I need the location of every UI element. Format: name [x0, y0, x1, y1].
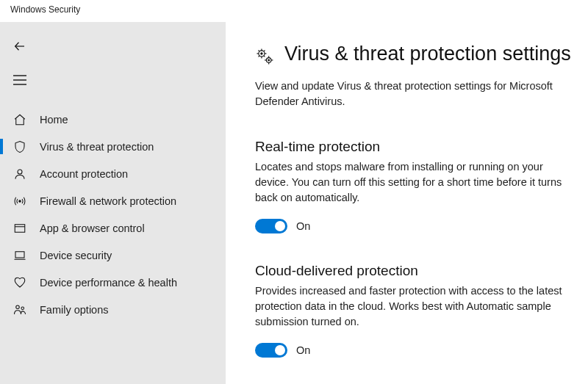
sidebar-item-home[interactable]: Home [0, 106, 226, 133]
page-subtitle: View and update Virus & threat protectio… [255, 79, 564, 109]
svg-point-13 [261, 53, 262, 54]
section-description: Locates and stops malware from installin… [255, 159, 571, 206]
section-title: Cloud-delivered protection [255, 263, 588, 279]
section-title: Real-time protection [255, 139, 588, 155]
section-cloud: Cloud-delivered protection Provides incr… [255, 263, 588, 358]
section-description: Provides increased and faster protection… [255, 283, 571, 330]
window-title: Windows Security [10, 4, 80, 15]
sidebar-item-firewall[interactable]: Firewall & network protection [0, 187, 226, 214]
sidebar: Home Virus & threat protection Account p… [0, 22, 226, 384]
sidebar-item-app-browser[interactable]: App & browser control [0, 214, 226, 242]
home-icon [13, 113, 29, 126]
gears-icon [255, 47, 274, 68]
svg-line-20 [258, 56, 259, 57]
hamburger-icon [13, 73, 26, 87]
sidebar-item-label: Family options [40, 304, 108, 316]
svg-point-4 [18, 170, 22, 174]
svg-point-5 [19, 200, 21, 201]
sidebar-item-label: Device security [40, 250, 112, 261]
svg-line-18 [258, 50, 259, 51]
svg-rect-8 [15, 251, 24, 257]
svg-point-11 [21, 306, 24, 309]
sidebar-item-device-security[interactable]: Device security [0, 242, 226, 269]
heart-icon [13, 276, 29, 289]
page-title: Virus & threat protection settings [284, 43, 571, 65]
sidebar-item-label: Virus & threat protection [40, 141, 154, 153]
svg-line-19 [264, 56, 265, 57]
back-button[interactable] [0, 29, 226, 63]
main-content: Virus & threat protection settings View … [226, 22, 588, 384]
hamburger-button[interactable] [0, 63, 226, 97]
sidebar-item-label: App & browser control [40, 222, 145, 234]
back-arrow-icon [13, 40, 26, 53]
sidebar-item-family[interactable]: Family options [0, 296, 226, 323]
sidebar-item-virus-threat[interactable]: Virus & threat protection [0, 133, 226, 160]
cloud-toggle[interactable] [255, 343, 287, 358]
sidebar-item-label: Home [40, 114, 68, 126]
laptop-icon [13, 249, 29, 262]
app-window-icon [13, 222, 29, 235]
sidebar-item-label: Device performance & health [40, 277, 177, 289]
realtime-toggle[interactable] [255, 219, 287, 233]
sidebar-item-account[interactable]: Account protection [0, 160, 226, 187]
sidebar-item-label: Account protection [40, 168, 128, 180]
sidebar-item-performance[interactable]: Device performance & health [0, 269, 226, 296]
toggle-label: On [296, 220, 310, 232]
svg-point-23 [268, 59, 270, 61]
family-icon [13, 303, 29, 316]
svg-line-21 [264, 50, 265, 51]
sidebar-item-label: Firewall & network protection [40, 195, 176, 207]
person-icon [13, 167, 29, 181]
section-realtime: Real-time protection Locates and stops m… [255, 139, 588, 233]
toggle-label: On [296, 344, 310, 356]
svg-rect-6 [15, 224, 25, 232]
nav-list: Home Virus & threat protection Account p… [0, 106, 226, 323]
svg-point-10 [16, 305, 20, 309]
shield-icon [13, 140, 29, 153]
window-titlebar: Windows Security [0, 0, 588, 22]
antenna-icon [13, 195, 29, 208]
